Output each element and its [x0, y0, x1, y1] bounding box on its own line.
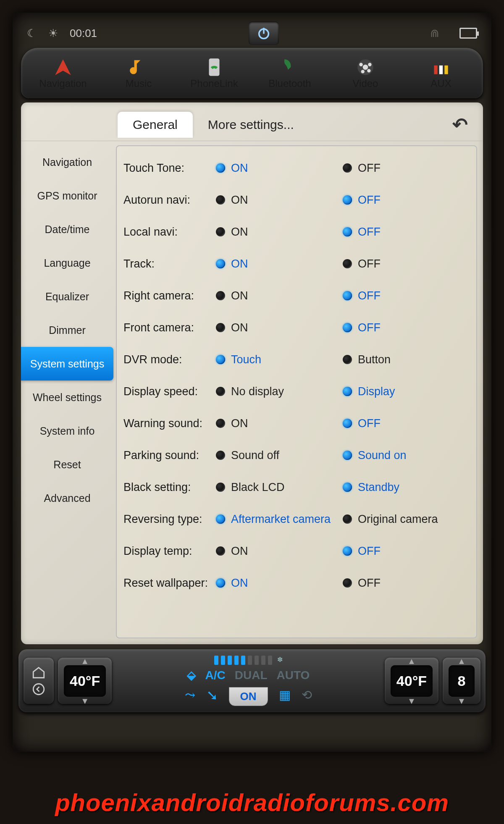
- setting-option[interactable]: OFF: [343, 417, 470, 430]
- setting-option[interactable]: ON: [216, 577, 343, 590]
- chevron-up-icon[interactable]: ▲: [81, 657, 89, 665]
- sidebar-item-date-time[interactable]: Date/time: [21, 213, 113, 246]
- dock-video[interactable]: Video: [328, 57, 403, 89]
- radio-icon: [216, 483, 225, 492]
- setting-option[interactable]: OFF: [343, 194, 470, 207]
- climate-on-button[interactable]: ON: [229, 687, 268, 706]
- sidebar-item-navigation[interactable]: Navigation: [21, 145, 113, 179]
- defrost-rear-icon[interactable]: ▦: [279, 688, 291, 702]
- tab-more-settings[interactable]: More settings...: [193, 112, 309, 138]
- dock-bluetooth[interactable]: Bluetooth: [252, 57, 328, 89]
- watermark-text: phoenixandroidradioforums.com: [0, 788, 504, 816]
- dock-label: Bluetooth: [268, 78, 311, 89]
- setting-option[interactable]: Sound off: [216, 449, 343, 462]
- setting-option[interactable]: OFF: [343, 289, 470, 302]
- airflow-icon[interactable]: ⤳: [185, 688, 195, 702]
- dock-music[interactable]: Music: [101, 57, 176, 89]
- radio-icon: [216, 387, 225, 396]
- sidebar-item-system-info[interactable]: System info: [21, 414, 113, 448]
- setting-option[interactable]: ON: [216, 162, 343, 175]
- temp-left[interactable]: ▲ 40°F ▼: [58, 658, 112, 704]
- setting-option[interactable]: ON: [216, 321, 343, 334]
- dock-aux[interactable]: AUX: [403, 57, 479, 89]
- dual-button[interactable]: DUAL: [235, 669, 268, 682]
- tab-bar: General More settings... ↶: [21, 102, 483, 141]
- chevron-up-icon[interactable]: ▲: [407, 657, 416, 665]
- option-label: No display: [231, 385, 284, 398]
- setting-option[interactable]: ON: [216, 257, 343, 270]
- sidebar-item-reset[interactable]: Reset: [21, 448, 113, 481]
- chevron-down-icon[interactable]: ▼: [407, 697, 416, 705]
- night-icon[interactable]: ☾: [27, 27, 37, 40]
- setting-option[interactable]: Button: [343, 353, 470, 366]
- setting-option[interactable]: Touch: [216, 353, 343, 366]
- setting-option[interactable]: Original camera: [343, 513, 470, 526]
- fan-speed-value: 8: [449, 665, 475, 697]
- chevron-down-icon[interactable]: ▼: [457, 697, 466, 705]
- back-button[interactable]: ↶: [452, 114, 468, 135]
- setting-option[interactable]: Black LCD: [216, 481, 343, 494]
- brightness-icon[interactable]: ☀: [48, 27, 58, 40]
- svg-point-5: [359, 63, 362, 66]
- setting-option[interactable]: Display: [343, 385, 470, 398]
- setting-option[interactable]: OFF: [343, 321, 470, 334]
- radio-icon: [216, 546, 225, 556]
- setting-option[interactable]: ON: [216, 226, 343, 239]
- ac-button[interactable]: A/C: [205, 669, 226, 682]
- setting-row: Track:ONOFF: [123, 248, 470, 280]
- setting-option[interactable]: ON: [216, 417, 343, 430]
- dock-navigation[interactable]: Navigation: [25, 57, 101, 89]
- setting-option[interactable]: ON: [216, 545, 343, 558]
- option-label: OFF: [358, 289, 381, 302]
- setting-label: Front camera:: [123, 321, 216, 334]
- defrost-front-icon[interactable]: ⬙: [187, 668, 196, 682]
- sidebar-item-dimmer[interactable]: Dimmer: [21, 313, 113, 347]
- option-label: ON: [231, 162, 248, 175]
- climate-center: ✽ ⬙ A/C DUAL AUTO ⤳ ➘ ON ▦ ⟲: [116, 656, 381, 706]
- setting-row: Black setting:Black LCDStandby: [123, 471, 470, 503]
- sidebar-item-equalizer[interactable]: Equalizer: [21, 280, 113, 313]
- fan-speed[interactable]: ▲ 8 ▼: [443, 658, 480, 704]
- sidebar-item-system-settings[interactable]: System settings: [21, 347, 113, 381]
- auto-button[interactable]: AUTO: [277, 669, 310, 682]
- chevron-down-icon[interactable]: ▼: [81, 697, 89, 705]
- setting-option[interactable]: Standby: [343, 481, 470, 494]
- setting-label: Autorun navi:: [123, 194, 216, 207]
- recirc-icon[interactable]: ⟲: [302, 688, 312, 702]
- climate-bar: ▲ 40°F ▼ ✽ ⬙ A/C DUAL AUTO ⤳ ➘ ON ▦ ⟲: [18, 649, 486, 712]
- radio-icon: [216, 291, 225, 300]
- setting-row: Reset wallpaper:ONOFF: [123, 567, 470, 599]
- option-label: OFF: [358, 162, 381, 175]
- home-button[interactable]: [24, 658, 54, 704]
- radio-icon: [343, 259, 352, 268]
- wifi-icon: ⋒: [430, 27, 439, 40]
- setting-option[interactable]: ON: [216, 194, 343, 207]
- setting-option[interactable]: OFF: [343, 162, 470, 175]
- airflow-feet-icon[interactable]: ➘: [206, 687, 218, 703]
- setting-option[interactable]: OFF: [343, 257, 470, 270]
- temp-right[interactable]: ▲ 40°F ▼: [385, 658, 438, 704]
- sidebar-item-language[interactable]: Language: [21, 246, 113, 280]
- setting-option[interactable]: Aftermarket camera: [216, 513, 343, 526]
- sidebar-item-wheel-settings[interactable]: Wheel settings: [21, 381, 113, 414]
- setting-option[interactable]: OFF: [343, 545, 470, 558]
- setting-option[interactable]: No display: [216, 385, 343, 398]
- sidebar-item-advanced[interactable]: Advanced: [21, 481, 113, 515]
- tab-general[interactable]: General: [118, 112, 193, 138]
- setting-option[interactable]: ON: [216, 289, 343, 302]
- setting-option[interactable]: OFF: [343, 577, 470, 590]
- status-bar: ☾ ☀ 00:01 ⋒: [18, 18, 486, 48]
- option-label: OFF: [358, 577, 381, 590]
- setting-label: Right camera:: [123, 289, 216, 302]
- radio-icon: [343, 163, 352, 173]
- setting-label: Display speed:: [123, 385, 216, 398]
- sidebar-item-gps-monitor[interactable]: GPS monitor: [21, 179, 113, 213]
- power-button[interactable]: [249, 21, 279, 45]
- option-label: OFF: [358, 226, 381, 239]
- setting-option[interactable]: Sound on: [343, 449, 470, 462]
- radio-icon: [343, 419, 352, 428]
- setting-option[interactable]: OFF: [343, 226, 470, 239]
- dock-phonelink[interactable]: PhoneLink: [176, 57, 252, 89]
- option-label: ON: [231, 321, 248, 334]
- chevron-up-icon[interactable]: ▲: [457, 657, 466, 665]
